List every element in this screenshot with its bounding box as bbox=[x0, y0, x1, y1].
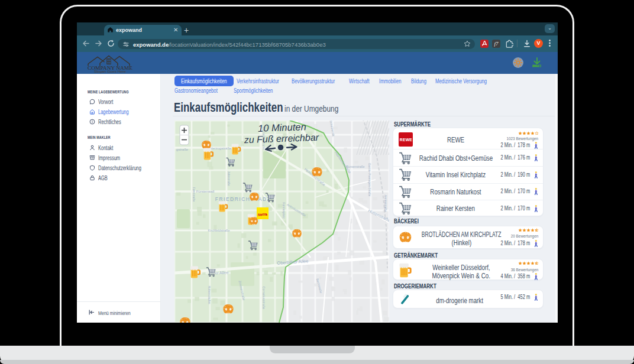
svg-text:Arministraße: Arministraße bbox=[384, 195, 387, 212]
svg-text:Corneliusstraße: Corneliusstraße bbox=[262, 287, 266, 310]
svg-text:Slogan Goes Here: Slogan Goes Here bbox=[94, 70, 127, 73]
svg-text:Kirchfeldstraße: Kirchfeldstraße bbox=[208, 229, 230, 232]
svg-text:er Allee: er Allee bbox=[215, 270, 229, 275]
svg-text:10 Minuten: 10 Minuten bbox=[258, 121, 306, 134]
svg-text:Jahnstraße: Jahnstraße bbox=[227, 171, 231, 186]
svg-text:Fahrstraße: Fahrstraße bbox=[192, 187, 196, 202]
svg-text:Bunsenstraße: Bunsenstraße bbox=[346, 165, 364, 168]
svg-text:Gustav-Poensgen-Straße: Gustav-Poensgen-Straße bbox=[368, 163, 371, 197]
svg-text:Hohenstaufen: Hohenstaufen bbox=[208, 285, 211, 304]
svg-text:Fürstenwall: Fürstenwall bbox=[196, 190, 215, 193]
svg-text:gstraße: gstraße bbox=[176, 148, 189, 151]
svg-text:Herzogstraße: Herzogstraße bbox=[210, 147, 232, 150]
svg-text:Fürstenplatz: Fürstenplatz bbox=[282, 202, 286, 219]
